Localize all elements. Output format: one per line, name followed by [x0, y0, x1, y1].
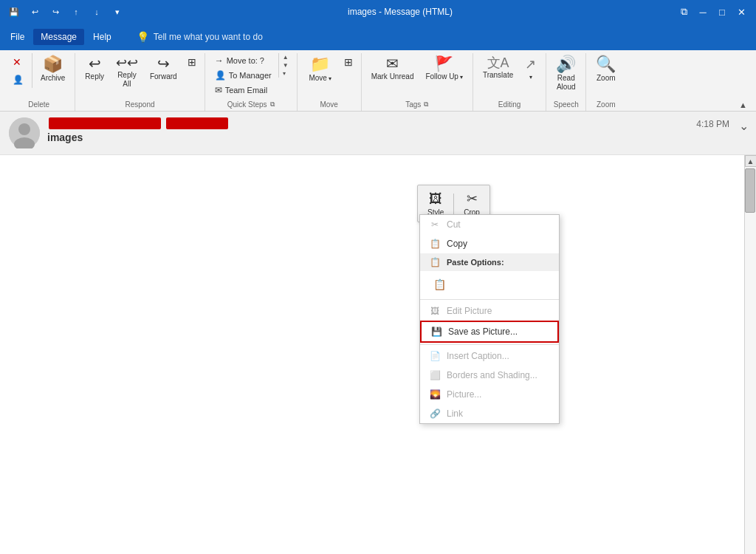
email-expand-button[interactable]: ⌄: [739, 119, 749, 133]
quicksteps-group-label: Quick Steps ⧉: [210, 99, 292, 109]
ctx-insert-caption-label: Insert Caption...: [447, 351, 509, 361]
forward-button[interactable]: ↪ Forward: [145, 53, 182, 84]
mark-unread-button[interactable]: ✉ Mark Unread: [366, 53, 419, 84]
ribbon-collapse-button[interactable]: ▲: [736, 99, 750, 111]
quicksteps-expand-arrow[interactable]: ⧉: [270, 100, 275, 109]
menu-help[interactable]: Help: [86, 29, 119, 45]
more-qat-icon[interactable]: ▾: [109, 4, 126, 20]
reply-all-button[interactable]: ↩↩ ReplyAll: [111, 53, 143, 92]
zoom-group-label: Zoom: [591, 99, 621, 109]
zoom-icon: 🔍: [596, 56, 616, 72]
qs-team-icon: ✉: [215, 85, 222, 95]
move-group-label: Move: [302, 99, 357, 109]
ctx-insert-caption[interactable]: 📄 Insert Caption...: [420, 346, 559, 366]
up-icon[interactable]: ↑: [68, 4, 84, 20]
tell-me-bar[interactable]: 💡 Tell me what you want to do: [128, 28, 272, 46]
ribbon-group-zoom: 🔍 Zoom Zoom: [586, 53, 625, 111]
tags-group-label: Tags ⧉: [366, 99, 468, 109]
qs-move-to[interactable]: → Move to: ?: [210, 53, 277, 68]
editing-group-buttons: 文A Translate ↗ ▾: [478, 53, 541, 98]
translate-button[interactable]: 文A Translate: [478, 53, 518, 83]
read-aloud-button[interactable]: 🔊 ReadAloud: [551, 53, 581, 95]
ribbon-group-speech: 🔊 ReadAloud Speech: [546, 53, 586, 111]
speech-group-label: Speech: [551, 99, 581, 109]
lightbulb-icon: 💡: [137, 31, 149, 43]
ctx-cut-label: Cut: [447, 219, 461, 230]
delete-group-buttons: ✕ 👤 📦 Archive: [7, 53, 70, 98]
ribbon-group-editing: 文A Translate ↗ ▾ Editing: [473, 53, 546, 111]
ctx-borders-shading[interactable]: ⬜ Borders and Shading...: [420, 366, 559, 385]
qs-move-icon: →: [215, 55, 224, 66]
ctx-edit-picture[interactable]: 🖼 Edit Picture: [420, 301, 559, 321]
ctx-link-label: Link: [447, 408, 463, 419]
ctx-cut[interactable]: ✂ Cut: [420, 215, 559, 234]
save-icon[interactable]: 💾: [6, 4, 22, 20]
ctx-paste-icons: 📋: [420, 271, 559, 298]
undo-icon[interactable]: ↩: [27, 4, 43, 20]
select-arrow: ▾: [529, 74, 532, 81]
menu-message[interactable]: Message: [33, 29, 84, 45]
zoom-button[interactable]: 🔍 Zoom: [591, 53, 621, 86]
ctx-picture[interactable]: 🌄 Picture...: [420, 385, 559, 404]
ctx-link[interactable]: 🔗 Link: [420, 404, 559, 423]
translate-icon: 文A: [487, 56, 509, 69]
insert-caption-icon: 📄: [429, 350, 441, 362]
reply-icon: ↩: [89, 56, 101, 71]
sender-name-redacted: ████████████████: [49, 117, 161, 129]
scroll-track-right[interactable]: [745, 167, 756, 554]
qs-team-email[interactable]: ✉ Team Email: [210, 83, 277, 98]
ctx-sep-1: [420, 299, 559, 300]
style-icon: 🖼: [429, 191, 442, 207]
move-button[interactable]: 📁 Move ▾: [302, 53, 339, 86]
qs-scroll-expand[interactable]: ▾: [281, 69, 291, 78]
down-icon[interactable]: ↓: [89, 4, 105, 20]
ctx-copy[interactable]: 📋 Copy: [420, 234, 559, 253]
paste-icon-1: 📋: [433, 278, 446, 290]
qs-scroll-down[interactable]: ▼: [281, 61, 291, 69]
tags-group-buttons: ✉ Mark Unread 🚩 Follow Up ▾: [366, 53, 468, 98]
tags-expand-arrow[interactable]: ⧉: [424, 100, 428, 109]
more-move-button[interactable]: ⊞: [340, 53, 357, 71]
ribbon-groups: ✕ 👤 📦 Archive Delete ↩ Re: [0, 53, 756, 111]
select-button[interactable]: ↗ ▾: [520, 53, 541, 83]
forward-icon: ↪: [157, 56, 170, 71]
maximize-button[interactable]: □: [713, 3, 731, 21]
menu-bar: File Message Help 💡 Tell me what you wan…: [0, 24, 756, 50]
quicksteps-scroll: ▲ ▼ ▾: [278, 53, 292, 78]
ctx-paste-options-header: 📋 Paste Options:: [420, 253, 559, 271]
copy-icon: 📋: [429, 238, 441, 250]
close-button[interactable]: ✕: [732, 3, 750, 21]
restore-button[interactable]: ⧉: [675, 3, 693, 21]
email-header: ████████████████ ████████ images 4:18 PM…: [0, 112, 756, 155]
ctx-save-as-picture[interactable]: 💾 Save as Picture...: [420, 321, 559, 343]
select-icon: ↗: [525, 56, 536, 72]
scroll-thumb-right[interactable]: [745, 168, 755, 213]
qs-to-manager[interactable]: 👤 To Manager: [210, 68, 277, 83]
move-group-buttons: 📁 Move ▾ ⊞: [302, 53, 357, 98]
archive-label: Archive: [41, 74, 65, 83]
email-from: ████████████████ ████████: [47, 117, 747, 129]
delete-button[interactable]: ✕: [7, 53, 29, 71]
email-time: 4:18 PM: [696, 119, 729, 129]
follow-up-button[interactable]: 🚩 Follow Up ▾: [420, 53, 467, 84]
toolbar-separator: [453, 194, 454, 214]
followup-arrow-icon: ▾: [460, 74, 463, 81]
more-respond-button[interactable]: ⊞: [184, 53, 200, 71]
context-menu: ✂ Cut 📋 Copy 📋 Paste Options: 📋: [419, 214, 560, 424]
paste-icon-btn-1[interactable]: 📋: [429, 274, 450, 295]
reply-button[interactable]: ↩ Reply: [80, 53, 109, 84]
minimize-button[interactable]: ─: [694, 3, 712, 21]
borders-icon: ⬜: [429, 369, 441, 381]
scroll-up-button[interactable]: ▲: [745, 155, 757, 167]
ctx-copy-label: Copy: [447, 239, 467, 249]
ribbon-group-respond: ↩ Reply ↩↩ ReplyAll ↪ Forward ⊞ Respond: [75, 53, 205, 111]
window-title: images - Message (HTML): [126, 7, 675, 17]
junk-button[interactable]: 👤: [7, 72, 29, 88]
qs-scroll-up[interactable]: ▲: [281, 53, 291, 61]
move-icon: 📁: [310, 56, 330, 72]
qs-manager-icon: 👤: [215, 70, 226, 81]
read-aloud-icon: 🔊: [556, 56, 576, 72]
menu-file[interactable]: File: [3, 29, 32, 45]
redo-icon[interactable]: ↪: [47, 4, 63, 20]
archive-button[interactable]: 📦 Archive: [35, 53, 70, 86]
